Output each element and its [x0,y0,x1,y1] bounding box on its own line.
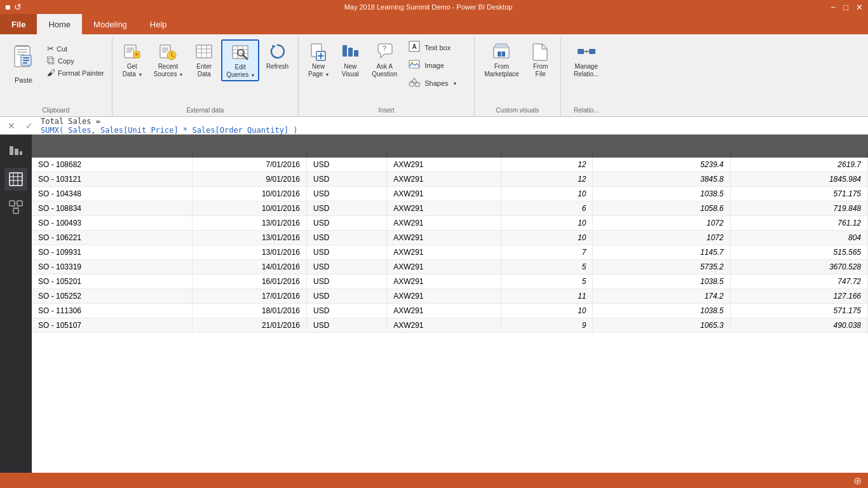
minimize-btn[interactable]: − [831,3,836,12]
manage-relationships-icon [576,41,597,62]
table-cell-5: 12 [501,172,593,187]
table-cell-5: 9 [501,318,593,333]
table-cell-2: 18/01/2016 [192,304,306,318]
close-btn[interactable]: ✕ [856,3,863,12]
table-cell-7: 747.72 [730,274,867,289]
table-row[interactable]: SO - 10434810/01/2016USDAXW291101038.557… [32,187,868,201]
table-cell-7: 761.12 [730,216,867,231]
table-cell-4: AXW291 [387,231,501,245]
svg-point-55 [585,50,588,53]
table-row[interactable]: SO - 10510721/01/2016USDAXW29191065.3490… [32,318,868,333]
table-cell-6: 1072 [593,231,730,245]
refresh-button[interactable]: Refresh [262,39,293,72]
recent-sources-label: RecentSources ▾ [154,63,182,78]
edit-queries-icon [230,42,250,62]
table-cell-7: 1845.984 [730,172,867,187]
svg-rect-10 [126,48,134,49]
clipboard-label: Clipboard [5,105,107,116]
table-row[interactable]: SO - 10525217/01/2016USDAXW29111174.2127… [32,289,868,304]
svg-rect-7 [23,60,29,61]
table-cell-7: 571.175 [730,304,867,318]
svg-rect-57 [15,149,18,155]
table-cell-5: 6 [501,201,593,216]
enter-data-button[interactable]: EnterData [189,39,219,80]
manage-relationships-button[interactable]: ManageRelatio... [569,39,603,80]
cut-icon: ✂ [47,44,54,53]
col-header-2 [192,152,306,158]
cut-button[interactable]: ✂ Cut [44,43,107,54]
from-file-button[interactable]: FromFile [526,39,555,80]
table-cell-3: USD [306,318,386,333]
shapes-button[interactable]: Shapes ▾ [404,75,461,92]
model-view-icon[interactable] [4,196,27,219]
table-row[interactable]: SO - 10049313/01/2016USDAXW291101072761.… [32,216,868,231]
table-cell-3: USD [306,274,386,289]
table-cell-5: 10 [501,304,593,318]
text-box-icon: A [408,41,421,55]
svg-text:?: ? [383,45,386,52]
table-cell-2: 14/01/2016 [192,260,306,274]
new-page-icon [308,41,329,62]
table-row[interactable]: SO - 1086827/01/2016USDAXW291125239.4261… [32,158,868,172]
left-sidebar [0,135,32,473]
text-box-button[interactable]: A Text box [404,39,461,56]
confirm-formula-button[interactable]: ✓ [23,119,36,132]
table-cell-6: 1072 [593,216,730,231]
from-marketplace-button[interactable]: FromMarketplace [480,39,523,80]
table-cell-7: 719.848 [730,201,867,216]
external-data-label: External data [118,105,293,116]
tab-file[interactable]: File [0,14,37,34]
image-button[interactable]: Image [404,57,461,74]
tab-home[interactable]: Home [37,14,82,34]
table-cell-7: 571.175 [730,187,867,201]
format-painter-button[interactable]: 🖌 Format Painter [44,67,107,78]
shapes-icon [408,76,421,90]
report-view-icon[interactable] [4,140,27,163]
table-cell-1: SO - 105201 [32,274,192,289]
data-view-icon[interactable] [4,168,27,191]
ask-question-label: Ask AQuestion [372,63,397,78]
tab-help[interactable]: Help [139,14,179,34]
new-page-label: NewPage ▾ [308,63,329,78]
table-row[interactable]: SO - 11130618/01/2016USDAXW291101038.557… [32,304,868,318]
ask-question-button[interactable]: ? Ask AQuestion [367,39,402,80]
custom-visuals-label: Custom visuals [480,105,555,116]
svg-rect-65 [17,201,22,206]
table-row[interactable]: SO - 10331914/01/2016USDAXW29155735.2367… [32,260,868,274]
svg-rect-44 [409,60,419,68]
data-table: SO - 1086827/01/2016USDAXW291125239.4261… [32,152,868,333]
tab-modeling[interactable]: Modeling [82,14,139,34]
new-page-button[interactable]: NewPage ▾ [304,39,333,80]
table-cell-2: 13/01/2016 [192,231,306,245]
table-row[interactable]: SO - 10993113/01/2016USDAXW29171145.7515… [32,245,868,260]
copy-button[interactable]: ⿻ Copy [44,55,107,66]
format-painter-icon: 🖌 [47,68,55,78]
table-row[interactable]: SO - 1031219/01/2016USDAXW291123845.8184… [32,172,868,187]
recent-sources-button[interactable]: RecentSources ▾ [149,39,187,80]
text-box-label: Text box [424,44,451,51]
table-row[interactable]: SO - 10622113/01/2016USDAXW291101072804 [32,231,868,245]
table-row[interactable]: SO - 10520116/01/2016USDAXW29151038.5747… [32,274,868,289]
table-cell-4: AXW291 [387,201,501,216]
table-row[interactable]: SO - 10883410/01/2016USDAXW29161058.6719… [32,201,868,216]
svg-rect-18 [162,51,166,53]
shapes-dropdown: ▾ [454,81,456,86]
paste-button[interactable]: Paste [5,39,42,87]
get-data-button[interactable]: GetData ▾ [118,39,147,80]
from-marketplace-icon [491,41,512,62]
edit-queries-label: EditQueries ▾ [226,64,254,79]
cancel-formula-button[interactable]: ✕ [5,119,18,132]
new-visual-button[interactable]: NewVisual [336,39,365,80]
maximize-btn[interactable]: □ [843,3,848,12]
table-cell-1: SO - 105107 [32,318,192,333]
table-cell-7: 515.565 [730,245,867,260]
formula-line1: Total Sales = [41,117,100,126]
table-cell-5: 10 [501,187,593,201]
refresh-icon [268,41,288,62]
table-cell-3: USD [306,289,386,304]
edit-queries-button[interactable]: EditQueries ▾ [221,39,259,81]
table-cell-3: USD [306,304,386,318]
table-cell-7: 804 [730,231,867,245]
data-table-container[interactable]: SO - 1086827/01/2016USDAXW291125239.4261… [32,135,868,473]
from-file-label: FromFile [533,63,548,78]
